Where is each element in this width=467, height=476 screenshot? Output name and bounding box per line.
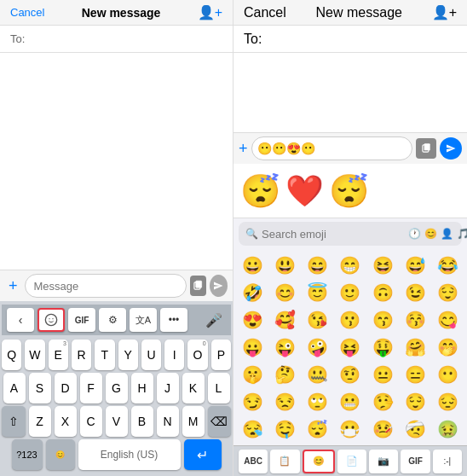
emoji-cell[interactable]: 🤭 bbox=[433, 334, 464, 360]
emoji-cell[interactable]: 😷 bbox=[335, 416, 366, 442]
emoji-bottom-smiley[interactable]: 😊 bbox=[303, 450, 335, 473]
emoji-cell[interactable]: 🤤 bbox=[269, 416, 300, 442]
emoji-cell[interactable]: 😒 bbox=[269, 389, 300, 415]
emoji-cell[interactable]: 😚 bbox=[400, 307, 430, 333]
key-J[interactable]: J bbox=[157, 373, 179, 403]
emoji-bottom-doc[interactable]: 📄 bbox=[337, 450, 366, 473]
music-icon[interactable]: 🎵 bbox=[457, 228, 467, 240]
right-add-contact-icon[interactable]: 👤+ bbox=[432, 4, 457, 20]
emoji-cell[interactable]: 🤔 bbox=[269, 362, 300, 387]
key-emoji[interactable]: 😊 bbox=[46, 439, 75, 470]
right-send-button[interactable] bbox=[440, 137, 462, 160]
left-add-contact-icon[interactable]: 👤+ bbox=[198, 4, 222, 20]
right-plus-button[interactable]: + bbox=[239, 140, 248, 158]
emoji-cell[interactable]: 😋 bbox=[433, 307, 464, 333]
emoji-cell[interactable]: 😀 bbox=[237, 253, 268, 278]
emoji-cell[interactable]: 😝 bbox=[335, 334, 366, 360]
emoji-cell[interactable]: 🤗 bbox=[400, 334, 430, 360]
left-send-button[interactable] bbox=[210, 275, 228, 297]
emoji-cell[interactable]: 😐 bbox=[367, 362, 398, 387]
emoji-cell[interactable]: 🤐 bbox=[303, 362, 333, 387]
right-copy-button[interactable] bbox=[416, 138, 436, 159]
recent-icon[interactable]: 🕐 bbox=[408, 228, 421, 240]
emoji-cell[interactable]: 🙂 bbox=[335, 280, 366, 305]
left-message-input[interactable] bbox=[25, 274, 187, 298]
emoji-bottom-clipboard[interactable]: 📋 bbox=[270, 450, 299, 473]
key-S[interactable]: S bbox=[29, 373, 51, 403]
key-B[interactable]: B bbox=[131, 406, 153, 437]
emoji-cell[interactable]: 🤒 bbox=[367, 416, 398, 442]
emoji-cell[interactable]: 😊 bbox=[269, 280, 300, 305]
emoji-cell[interactable]: 🥰 bbox=[269, 307, 300, 333]
emoji-bottom-abc[interactable]: ABC bbox=[239, 450, 268, 473]
emoji-cell[interactable]: 😙 bbox=[367, 307, 398, 333]
emoji-cell[interactable]: 🤪 bbox=[303, 334, 333, 360]
emoji-cell[interactable]: 😘 bbox=[303, 307, 333, 333]
emoji-bottom-text-emoji[interactable]: :-| bbox=[433, 450, 462, 473]
emoji-cell[interactable]: 🤑 bbox=[367, 334, 398, 360]
emoji-cell[interactable]: 🤢 bbox=[433, 416, 464, 442]
key-T[interactable]: T bbox=[95, 340, 114, 370]
keyboard-back-button[interactable]: ‹ bbox=[7, 308, 34, 332]
emoji-cell[interactable]: 😪 bbox=[237, 416, 268, 442]
left-cancel-button[interactable]: Cancel bbox=[10, 6, 44, 19]
key-U[interactable]: U bbox=[141, 340, 161, 370]
key-space[interactable]: English (US) bbox=[78, 439, 181, 470]
key-Y[interactable]: Y bbox=[118, 340, 138, 370]
key-C[interactable]: C bbox=[80, 406, 102, 437]
key-V[interactable]: V bbox=[106, 406, 128, 437]
emoji-cell[interactable]: 🤨 bbox=[335, 362, 366, 387]
key-enter[interactable]: ↵ bbox=[184, 439, 222, 470]
key-F[interactable]: F bbox=[80, 373, 102, 403]
emoji-cell[interactable]: 😅 bbox=[400, 253, 430, 278]
key-M[interactable]: M bbox=[182, 406, 205, 437]
key-L[interactable]: L bbox=[208, 373, 230, 403]
emoji-cell[interactable]: 😆 bbox=[367, 253, 398, 278]
emoji-cell[interactable]: 😶 bbox=[433, 362, 464, 387]
emoji-cell[interactable]: 😬 bbox=[335, 389, 366, 415]
key-R[interactable]: R bbox=[72, 340, 91, 370]
emoji-cell[interactable]: 🤥 bbox=[367, 389, 398, 415]
keyboard-translate-button[interactable]: 文A bbox=[130, 308, 157, 332]
key-backspace[interactable]: ⌫ bbox=[208, 406, 232, 437]
key-H[interactable]: H bbox=[131, 373, 153, 403]
emoji-cell[interactable]: 🤕 bbox=[400, 416, 430, 442]
emoji-cell[interactable]: 😄 bbox=[303, 253, 333, 278]
emoji-cat-icon[interactable]: 😊 bbox=[424, 228, 437, 240]
emoji-cell[interactable]: 😗 bbox=[335, 307, 366, 333]
left-plus-button[interactable]: + bbox=[5, 277, 21, 295]
big-emoji-1[interactable]: 😴 bbox=[240, 175, 280, 207]
keyboard-emoji-sticker-button[interactable] bbox=[37, 308, 65, 332]
key-O[interactable]: O0 bbox=[187, 340, 207, 370]
key-D[interactable]: D bbox=[55, 373, 77, 403]
key-G[interactable]: G bbox=[106, 373, 128, 403]
right-cancel-button[interactable]: Cancel bbox=[244, 5, 286, 20]
emoji-cell[interactable]: 😛 bbox=[237, 334, 268, 360]
key-P[interactable]: P bbox=[211, 340, 231, 370]
key-E[interactable]: E3 bbox=[49, 340, 68, 370]
key-num[interactable]: ?123 bbox=[12, 439, 43, 470]
emoji-cell[interactable]: 😍 bbox=[237, 307, 268, 333]
emoji-search-input[interactable] bbox=[262, 228, 405, 241]
emoji-cell[interactable]: 😁 bbox=[335, 253, 366, 278]
people-icon[interactable]: 👤 bbox=[441, 228, 453, 240]
big-emoji-2[interactable]: ❤️ bbox=[285, 176, 324, 206]
right-emoji-input[interactable]: 😶😶😍😶 bbox=[251, 136, 412, 160]
emoji-cell[interactable]: 😌 bbox=[433, 280, 464, 305]
emoji-cell[interactable]: 😌 bbox=[400, 389, 430, 415]
emoji-cell[interactable]: 😃 bbox=[269, 253, 300, 278]
emoji-cell[interactable]: 😑 bbox=[400, 362, 430, 387]
key-shift[interactable]: ⇧ bbox=[2, 406, 26, 437]
key-W[interactable]: W bbox=[25, 340, 44, 370]
key-Q[interactable]: Q bbox=[2, 340, 21, 370]
emoji-cell[interactable]: 🤫 bbox=[237, 362, 268, 387]
key-A[interactable]: A bbox=[3, 373, 26, 403]
key-X[interactable]: X bbox=[55, 406, 77, 437]
emoji-cell[interactable]: 🙃 bbox=[367, 280, 398, 305]
keyboard-settings-button[interactable]: ⚙ bbox=[99, 308, 126, 332]
emoji-cell[interactable]: 😜 bbox=[269, 334, 300, 360]
key-I[interactable]: I bbox=[164, 340, 184, 370]
big-emoji-3[interactable]: 😴 bbox=[329, 175, 369, 207]
keyboard-gif-button[interactable]: GIF bbox=[68, 308, 95, 332]
emoji-cell[interactable]: 😂 bbox=[433, 253, 464, 278]
